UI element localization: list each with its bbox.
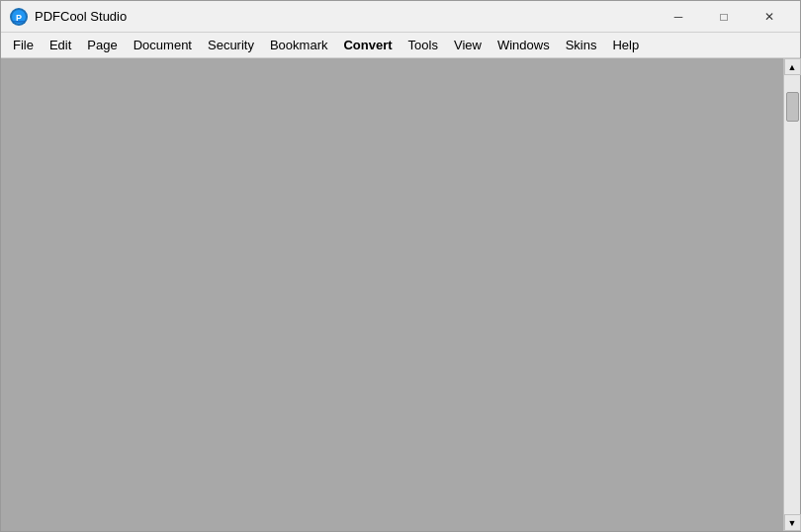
content-area: ▲ ▼ — [1, 58, 800, 531]
menu-item-skins[interactable]: Skins — [558, 35, 605, 55]
menu-item-tools[interactable]: Tools — [400, 35, 446, 55]
menu-item-page[interactable]: Page — [79, 35, 125, 55]
menu-item-edit[interactable]: Edit — [42, 35, 79, 55]
window-controls: ─ □ ✕ — [656, 1, 792, 33]
menu-item-convert[interactable]: Convert — [335, 35, 400, 55]
main-window: P PDFCool Studio ─ □ ✕ File Edit Page Do… — [0, 0, 801, 532]
close-button[interactable]: ✕ — [747, 1, 792, 33]
menu-item-windows[interactable]: Windows — [490, 35, 558, 55]
title-bar: P PDFCool Studio ─ □ ✕ — [1, 1, 800, 33]
scroll-down-button[interactable]: ▼ — [784, 514, 801, 531]
menu-bar: File Edit Page Document Security Bookmar… — [1, 33, 800, 58]
menu-item-document[interactable]: Document — [126, 35, 200, 55]
vertical-scrollbar[interactable]: ▲ ▼ — [783, 58, 800, 531]
menu-item-bookmark[interactable]: Bookmark — [262, 35, 336, 55]
menu-item-help[interactable]: Help — [604, 35, 647, 55]
menu-item-file[interactable]: File — [5, 35, 42, 55]
scroll-thumb[interactable] — [786, 92, 799, 122]
scroll-up-button[interactable]: ▲ — [784, 58, 801, 75]
minimize-button[interactable]: ─ — [656, 1, 701, 33]
menu-item-security[interactable]: Security — [200, 35, 262, 55]
maximize-button[interactable]: □ — [701, 1, 747, 33]
app-icon: P — [9, 7, 29, 27]
window-title: PDFCool Studio — [35, 9, 656, 24]
menu-item-view[interactable]: View — [446, 35, 490, 55]
